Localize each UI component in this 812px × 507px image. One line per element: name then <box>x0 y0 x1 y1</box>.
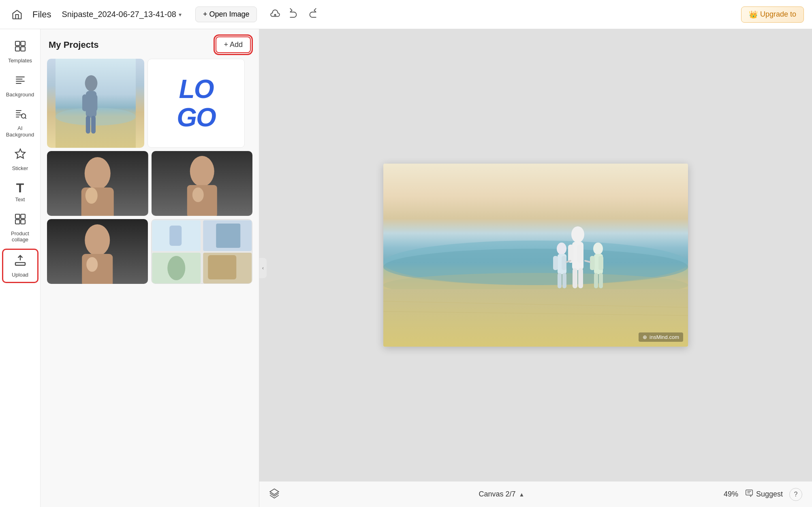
help-button[interactable]: ? <box>789 488 802 501</box>
svg-point-40 <box>86 257 98 272</box>
canvas-area: ⊕ insMind.com Canvas 2/7 ▲ <box>259 29 812 507</box>
svg-point-36 <box>192 187 203 202</box>
ai-background-label: AI Background <box>4 125 37 138</box>
templates-icon <box>14 40 27 55</box>
sidebar-item-sticker[interactable]: Sticker <box>2 143 38 176</box>
sidebar-item-product-collage[interactable]: Product collage <box>2 209 38 247</box>
projects-panel: My Projects + Add <box>41 29 259 507</box>
canvas-info[interactable]: Canvas 2/7 ▲ <box>479 490 524 498</box>
svg-point-30 <box>85 157 111 190</box>
project-thumb-portrait1[interactable] <box>47 151 148 216</box>
files-label[interactable]: Files <box>32 9 51 20</box>
background-label: Background <box>6 92 34 98</box>
svg-point-57 <box>571 226 584 243</box>
svg-rect-68 <box>562 273 566 288</box>
sidebar: Templates Background <box>0 29 41 507</box>
home-button[interactable] <box>8 6 26 23</box>
svg-rect-19 <box>15 262 25 265</box>
project-thumb-beach[interactable] <box>47 59 144 148</box>
svg-rect-18 <box>21 219 25 224</box>
panel-collapse-handle[interactable]: ‹ <box>259 258 267 278</box>
crown-icon: 👑 <box>749 10 758 19</box>
chevron-down-icon: ▾ <box>179 11 182 18</box>
svg-rect-73 <box>594 273 598 288</box>
svg-rect-49 <box>208 255 236 279</box>
filename-text: Snipaste_2024-06-27_13-41-08 <box>62 10 176 19</box>
suggest-label: Suggest <box>756 490 783 498</box>
svg-rect-71 <box>590 256 595 270</box>
suggest-button[interactable]: Suggest <box>745 489 783 500</box>
svg-point-38 <box>85 224 110 256</box>
projects-grid: LO GO <box>41 59 259 507</box>
svg-rect-17 <box>15 219 20 224</box>
sidebar-item-ai-background[interactable]: AI Background <box>2 103 38 142</box>
sidebar-item-text[interactable]: T Text <box>2 177 38 207</box>
svg-rect-2 <box>15 47 20 51</box>
projects-panel-wrapper: My Projects + Add <box>41 29 259 507</box>
grid-row-3 <box>47 219 252 284</box>
sticker-icon <box>14 147 27 163</box>
svg-rect-78 <box>746 490 753 495</box>
svg-rect-47 <box>216 224 240 248</box>
cloud-sync-icon[interactable] <box>270 8 280 21</box>
project-thumb-portrait2[interactable] <box>152 151 253 216</box>
svg-rect-1 <box>21 41 25 46</box>
sidebar-item-background[interactable]: Background <box>2 70 38 102</box>
undo-button[interactable] <box>288 8 299 21</box>
project-thumb-logo[interactable]: LO GO <box>147 59 245 148</box>
upgrade-button[interactable]: 👑 Upgrade to <box>741 6 804 23</box>
svg-rect-67 <box>558 273 562 288</box>
canvas-chevron-up-icon: ▲ <box>519 491 525 498</box>
svg-point-23 <box>85 75 98 92</box>
svg-point-12 <box>21 114 26 118</box>
svg-rect-3 <box>21 47 25 51</box>
product-collage-icon <box>14 213 27 228</box>
svg-rect-61 <box>573 268 577 288</box>
layers-icon <box>269 488 280 501</box>
templates-label: Templates <box>8 58 32 64</box>
svg-marker-14 <box>15 149 25 158</box>
svg-line-13 <box>25 118 26 119</box>
projects-header: My Projects + Add <box>41 29 259 59</box>
svg-rect-15 <box>15 214 20 219</box>
topbar: Files Snipaste_2024-06-27_13-41-08 ▾ + O… <box>0 0 812 29</box>
svg-rect-27 <box>86 116 90 134</box>
upload-label: Upload <box>12 272 28 278</box>
canvas-page-info: Canvas 2/7 <box>479 490 515 498</box>
svg-rect-59 <box>568 245 574 263</box>
open-image-button[interactable]: + Open Image <box>195 6 257 22</box>
project-thumb-portrait3[interactable] <box>47 219 148 284</box>
projects-title: My Projects <box>49 40 99 50</box>
add-project-button[interactable]: + Add <box>216 36 251 53</box>
svg-rect-28 <box>91 116 96 134</box>
canvas-image: ⊕ insMind.com <box>383 164 688 347</box>
svg-rect-60 <box>577 245 583 263</box>
svg-point-32 <box>85 187 98 204</box>
grid-row-1: LO GO <box>47 59 252 148</box>
svg-rect-62 <box>578 268 583 288</box>
svg-rect-26 <box>92 94 97 111</box>
svg-rect-39 <box>82 254 113 284</box>
canvas-watermark: ⊕ insMind.com <box>639 332 683 342</box>
product-collage-label: Product collage <box>4 230 37 243</box>
watermark-icon: ⊕ <box>643 334 647 340</box>
filename-selector[interactable]: Snipaste_2024-06-27_13-41-08 ▾ <box>58 7 185 21</box>
grid-row-2 <box>47 151 252 216</box>
canvas-bottom-bar: Canvas 2/7 ▲ 49% Suggest ? <box>259 481 812 507</box>
canvas-zoom-level: 49% <box>724 490 738 498</box>
svg-point-48 <box>167 256 185 280</box>
project-thumb-product-collage[interactable] <box>151 219 253 284</box>
sidebar-item-templates[interactable]: Templates <box>2 36 38 68</box>
sticker-label: Sticker <box>12 165 28 172</box>
main-layout: Templates Background <box>0 29 812 507</box>
canvas-workspace[interactable]: ⊕ insMind.com <box>259 29 812 481</box>
watermark-text: insMind.com <box>650 334 679 340</box>
svg-rect-72 <box>598 256 603 270</box>
suggest-icon <box>745 489 754 500</box>
redo-button[interactable] <box>307 8 318 21</box>
sidebar-item-upload[interactable]: Upload <box>2 249 38 283</box>
svg-rect-74 <box>599 273 603 288</box>
svg-rect-46 <box>169 226 182 246</box>
svg-rect-35 <box>187 185 217 216</box>
layers-button[interactable] <box>269 488 280 501</box>
